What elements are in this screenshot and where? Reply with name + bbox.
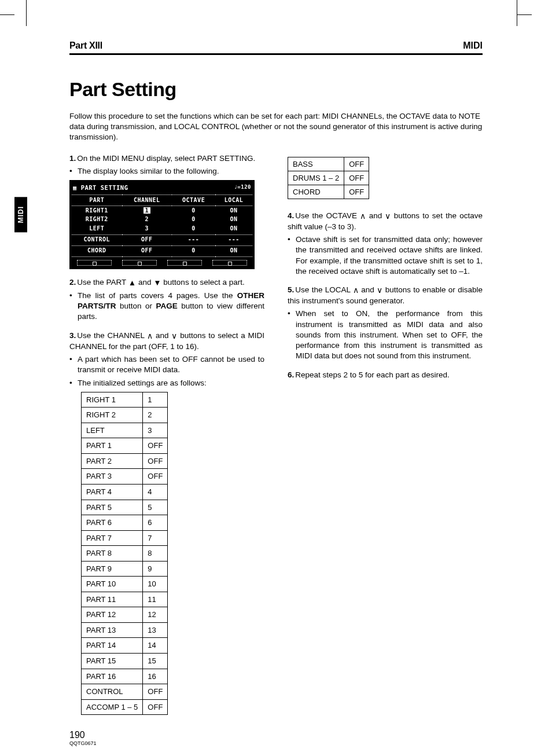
caret-down-icon: ∨: [377, 285, 382, 296]
table-row: PART 1212: [82, 607, 168, 623]
triangle-down-icon: ▼: [153, 278, 161, 288]
step-3-bullet-1: A part which has been set to OFF cannot …: [69, 354, 264, 375]
table-row: DRUMS 1 – 2OFF: [288, 171, 369, 185]
table-row: BASSOFF: [288, 157, 369, 171]
step-2-bullet: The list of parts covers 4 pages. Use th…: [69, 291, 264, 322]
t: Use the PART: [77, 278, 128, 287]
page-button-label: PAGE: [156, 302, 177, 310]
step-1: 1.On the MIDI MENU display, select PART …: [69, 153, 264, 269]
right-column: BASSOFFDRUMS 1 – 2OFFCHORDOFF 4.Use the …: [288, 153, 483, 724]
step-5: 5.Use the LOCAL ∧ and ∨ buttons to enabl…: [288, 285, 483, 362]
t: Use the CHANNEL: [77, 331, 147, 340]
table-row: PART 1313: [82, 622, 168, 638]
t: Use the LOCAL: [295, 285, 353, 294]
lcd-col-part: PART: [72, 195, 122, 206]
table-row: RIGHT 22: [82, 408, 168, 423]
page-title: Part Setting: [69, 78, 483, 101]
t: and: [136, 278, 153, 287]
table-row: PART 1414: [82, 638, 168, 654]
step-4-bullet: Octave shift is set for transmitted data…: [288, 234, 483, 277]
t: Use the OCTAVE: [295, 211, 360, 220]
step-5-bullet: When set to ON, the performance from thi…: [288, 309, 483, 361]
table-row: PART 1515: [82, 654, 168, 669]
t: and: [366, 211, 385, 220]
t: button or: [116, 302, 156, 310]
t: and: [359, 285, 377, 294]
lcd-button-row: [72, 260, 252, 266]
page-footer: 190 QQTG0671: [69, 730, 483, 746]
table-row: PART 44: [82, 485, 168, 500]
initialized-settings-table: RIGHT 11RIGHT 22LEFT3PART 1OFFPART 2OFFP…: [81, 392, 168, 715]
caret-up-icon: ∧: [147, 331, 153, 342]
table-row: PART 2OFF: [82, 453, 168, 469]
step-3: 3.Use the CHANNEL ∧ and ∨ buttons to sel…: [69, 331, 264, 715]
step-1-bullet: The display looks similar to the followi…: [69, 166, 264, 177]
step-3-bullet-2: The initialized settings are as follows:: [69, 378, 264, 388]
t: buttons to select a part.: [161, 278, 245, 287]
step-4: 4.Use the OCTAVE ∧ and ∨ buttons to set …: [288, 211, 483, 277]
table-row: PART 1616: [82, 669, 168, 684]
page-number: 190: [69, 730, 483, 740]
caret-down-icon: ∨: [385, 211, 391, 222]
header-section: MIDI: [463, 41, 483, 51]
crop-marks: [0, 0, 552, 41]
step-2: 2.Use the PART ▲ and ▼ buttons to select…: [69, 277, 264, 322]
t: and: [153, 331, 171, 340]
table-row: LEFT3: [82, 423, 168, 438]
triangle-up-icon: ▲: [128, 278, 136, 288]
caret-down-icon: ∨: [171, 331, 177, 342]
table-row: PART 3OFF: [82, 469, 168, 485]
extra-settings-table: BASSOFFDRUMS 1 – 2OFFCHORDOFF: [288, 157, 369, 199]
table-row: PART 99: [82, 561, 168, 577]
table-row: CONTROLOFF: [82, 684, 168, 700]
table-row: CHORDOFF: [288, 185, 369, 199]
header-part: Part XIII: [69, 41, 102, 51]
table-row: ACCOMP 1 – 5OFF: [82, 699, 168, 715]
side-tab-midi: MIDI: [14, 197, 27, 232]
lcd-col-octave: OCTAVE: [172, 195, 215, 206]
table-row: RIGHT 11: [82, 392, 168, 408]
t: The list of parts covers 4 pages. Use th…: [78, 291, 237, 300]
step-6-text: Repeat steps 2 to 5 for each part as des…: [295, 370, 449, 379]
caret-up-icon: ∧: [353, 285, 359, 296]
step-1-text: On the MIDI MENU display, select PART SE…: [77, 154, 255, 163]
table-row: PART 77: [82, 530, 168, 546]
doc-code: QQTG0671: [69, 740, 483, 746]
left-column: 1.On the MIDI MENU display, select PART …: [69, 153, 264, 724]
lcd-tempo: ♩=120: [234, 184, 251, 192]
intro-paragraph: Follow this procedure to set the functio…: [69, 111, 483, 143]
table-row: PART 1111: [82, 592, 168, 607]
page-header: Part XIII MIDI: [69, 41, 483, 55]
table-row: PART 88: [82, 546, 168, 562]
lcd-title: PART SETTING: [81, 184, 128, 191]
lcd-col-channel: CHANNEL: [122, 195, 172, 206]
lcd-col-local: LOCAL: [215, 195, 252, 206]
table-row: PART 1010: [82, 577, 168, 592]
step-6: 6.Repeat steps 2 to 5 for each part as d…: [288, 370, 483, 380]
table-row: PART 1OFF: [82, 438, 168, 454]
caret-up-icon: ∧: [360, 211, 366, 222]
lcd-screenshot: ▦ PART SETTING ♩=120 PART CHANNEL OCTAVE…: [69, 180, 255, 269]
table-row: PART 55: [82, 500, 168, 515]
table-row: PART 66: [82, 515, 168, 531]
